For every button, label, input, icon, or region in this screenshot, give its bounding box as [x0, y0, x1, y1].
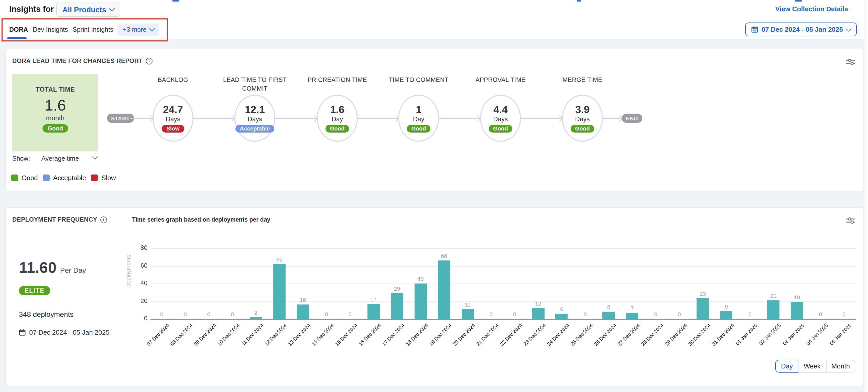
- bar-value-label: 8: [598, 304, 619, 310]
- stage-value: 24.7: [163, 104, 183, 115]
- deployment-bar[interactable]: [791, 302, 803, 319]
- x-axis-tick-label: 27 Dec 2024: [616, 323, 641, 347]
- gridline: [151, 266, 856, 267]
- scrollbar-track[interactable]: [864, 0, 868, 392]
- bar-value-label: 0: [175, 311, 195, 317]
- deployment-bar[interactable]: [697, 299, 709, 319]
- tab-dev-insights[interactable]: Dev Insights: [33, 26, 68, 33]
- tabs-bar: DORA Dev Insights Sprint Insights +3 mor…: [0, 21, 868, 39]
- flow-connector-line: [193, 118, 235, 119]
- stage-unit: Days: [248, 115, 262, 123]
- stage-status-badge: Good: [407, 125, 430, 132]
- deployment-bar[interactable]: [367, 304, 379, 319]
- deployment-bar[interactable]: [438, 261, 450, 319]
- bar-value-label: 29: [387, 285, 407, 292]
- stage-node[interactable]: 1.6DayGood: [317, 95, 358, 142]
- x-axis-tick-label: 28 Dec 2024: [640, 323, 664, 347]
- y-axis-tick-label: 60: [130, 262, 147, 269]
- chevron-down-icon: [149, 26, 155, 32]
- deployment-bar[interactable]: [602, 312, 615, 319]
- x-axis-tick-label: 21 Dec 2024: [475, 323, 500, 347]
- tab-dora[interactable]: DORA: [9, 26, 28, 33]
- deployment-bar[interactable]: [250, 317, 262, 319]
- deployment-bar[interactable]: [626, 313, 639, 319]
- x-axis-tick-label: 29 Dec 2024: [663, 323, 688, 347]
- show-metric-dropdown[interactable]: Show: Average time: [12, 155, 79, 162]
- x-axis-tick-label: 02 Jan 2025: [758, 323, 782, 346]
- deployment-bar[interactable]: [767, 300, 779, 319]
- total-time-card: TOTAL TIME 1.6 month Good: [12, 74, 98, 151]
- x-axis-tick-label: 26 Dec 2024: [593, 323, 618, 347]
- chart-settings-icon[interactable]: [846, 58, 855, 67]
- x-axis-tick-label: 08 Dec 2024: [169, 323, 194, 347]
- total-time-value: 1.6: [12, 98, 98, 113]
- deployment-bar[interactable]: [556, 313, 568, 319]
- bar-value-label: 12: [528, 301, 548, 307]
- bar-value-label: 23: [693, 291, 713, 297]
- y-axis-tick-label: 40: [130, 279, 147, 287]
- stage-node[interactable]: 4.4DaysGood: [480, 95, 521, 142]
- x-axis-tick-label: 11 Dec 2024: [240, 323, 265, 347]
- deployment-bar[interactable]: [532, 308, 544, 319]
- deployment-bar[interactable]: [391, 293, 403, 319]
- bar-value-label: 0: [340, 311, 360, 317]
- x-axis-tick-label: 31 Dec 2024: [710, 323, 735, 347]
- stage-unit: Days: [166, 115, 180, 123]
- chevron-down-icon: [92, 154, 98, 160]
- more-tabs-dropdown[interactable]: +3 more: [118, 24, 159, 36]
- bar-value-label: 40: [410, 276, 431, 282]
- stage-status-badge: Good: [325, 125, 349, 132]
- calendar-icon: [19, 329, 26, 336]
- deployment-bar[interactable]: [273, 264, 286, 319]
- x-axis-tick-label: 10 Dec 2024: [216, 323, 241, 347]
- stage-node[interactable]: 24.7DaysSlow: [153, 95, 193, 142]
- deployment-bar[interactable]: [720, 311, 733, 319]
- good-legend-swatch: [11, 175, 18, 181]
- stage-title: MERGE TIME: [544, 76, 621, 85]
- deployment-bar[interactable]: [414, 283, 427, 319]
- total-time-status-badge: Good: [42, 124, 68, 132]
- clipped-nav-remnant: [173, 0, 179, 1]
- product-selector-dropdown[interactable]: All Products: [56, 3, 121, 17]
- status-legend: GoodAcceptableSlow: [11, 174, 121, 182]
- stage-unit: Day: [332, 115, 343, 123]
- x-axis-tick-label: 18 Dec 2024: [405, 323, 429, 347]
- performance-tier-badge: ELITE: [19, 286, 50, 295]
- bar-value-label: 0: [222, 311, 243, 317]
- x-axis-tick-label: 01 Jan 2025: [735, 323, 758, 346]
- info-icon[interactable]: i: [100, 216, 107, 223]
- stage-node[interactable]: 12.1DaysAcceptable: [235, 95, 275, 142]
- product-selector-value: All Products: [62, 6, 106, 14]
- flow-connector-line: [275, 118, 317, 119]
- show-label: Show:: [12, 155, 30, 162]
- stage-title: PR CREATION TIME: [299, 76, 376, 85]
- stage-value: 12.1: [245, 104, 265, 115]
- legend-label: Slow: [101, 174, 116, 182]
- clipped-nav-remnant: [577, 0, 581, 1]
- stage-node[interactable]: 3.9DaysGood: [562, 95, 603, 142]
- chevron-down-icon: [846, 26, 851, 31]
- bar-value-label: 0: [669, 311, 690, 317]
- x-axis-tick-label: 13 Dec 2024: [287, 323, 311, 347]
- toggle-month-button[interactable]: Month: [826, 360, 855, 372]
- deployment-bar[interactable]: [297, 305, 309, 319]
- toggle-day-button[interactable]: Day: [775, 360, 798, 372]
- view-collection-details-link[interactable]: View Collection Details: [775, 5, 848, 13]
- toggle-week-button[interactable]: Week: [798, 360, 827, 372]
- x-axis-tick-label: 09 Dec 2024: [193, 323, 218, 347]
- bar-value-label: 0: [481, 311, 501, 317]
- lead-time-title-text: DORA LEAD TIME FOR CHANGES REPORT: [12, 57, 143, 64]
- stage-node[interactable]: 1DayGood: [398, 95, 439, 142]
- chart-settings-icon[interactable]: [846, 217, 855, 226]
- chevron-down-icon: [109, 6, 115, 12]
- info-icon[interactable]: i: [146, 58, 153, 64]
- x-axis-tick-label: 17 Dec 2024: [381, 323, 406, 347]
- x-axis-tick-label: 20 Dec 2024: [452, 323, 476, 347]
- bar-value-label: 0: [504, 311, 525, 317]
- deployment-date-range: 07 Dec 2024 - 05 Jan 2025: [19, 329, 110, 336]
- tab-sprint-insights[interactable]: Sprint Insights: [73, 26, 113, 33]
- gridline: [151, 248, 856, 249]
- date-range-picker[interactable]: 07 Dec 2024 - 05 Jan 2025: [745, 23, 857, 36]
- stage-title: LEAD TIME TO FIRST COMMIT: [216, 76, 293, 93]
- deployment-bar[interactable]: [461, 309, 474, 319]
